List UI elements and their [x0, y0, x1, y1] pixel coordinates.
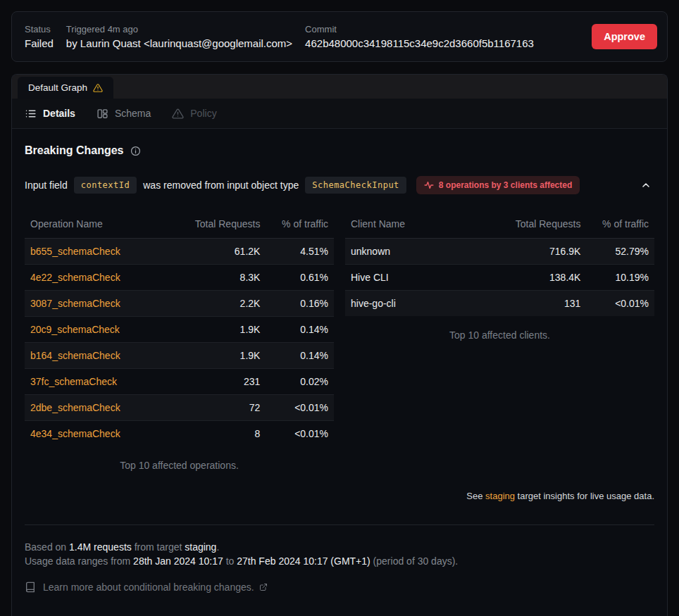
info-icon [130, 146, 141, 156]
client-name-cell: unknown [345, 239, 500, 265]
clients-table-body: unknown 716.9K 52.79% Hive CLI 138.4K 10… [345, 239, 654, 317]
operation-link[interactable]: b164_schemaCheck [30, 350, 120, 361]
operation-link[interactable]: b655_schemaCheck [30, 246, 120, 257]
learn-more-link[interactable]: Learn more about conditional breaking ch… [43, 580, 268, 594]
column-header: Total Requests [180, 210, 266, 239]
operation-link[interactable]: 20c9_schemaCheck [30, 324, 120, 335]
tab-policy-label: Policy [190, 108, 216, 119]
requests-cell: 231 [180, 369, 266, 395]
graph-tabstrip: Default Graph [12, 75, 667, 99]
column-header: Client Name [345, 210, 500, 239]
requests-cell: 2.2K [180, 291, 266, 317]
type-code-badge: SchemaCheckInput [305, 177, 406, 194]
insights-note-suffix: target insights for live usage data. [515, 491, 654, 501]
schema-icon [96, 108, 108, 120]
warning-triangle-icon [93, 83, 103, 93]
insights-note: See staging target insights for live usa… [25, 491, 654, 501]
operation-link[interactable]: 4e22_schemaCheck [30, 272, 120, 283]
external-link-icon [259, 583, 268, 591]
column-header: Operation Name [25, 210, 180, 239]
insights-note-prefix: See [466, 491, 485, 501]
range-to: to [223, 555, 237, 567]
operations-table: Operation Name Total Requests % of traff… [25, 210, 334, 446]
field-code-badge: contextId [74, 177, 137, 194]
requests-cell: 1.9K [180, 317, 266, 343]
based-suffix: . [216, 541, 219, 553]
traffic-cell: 10.19% [586, 265, 654, 291]
check-detail-card: Default Graph Details [11, 74, 668, 616]
table-row: 4e22_schemaCheck 8.3K 0.61% [25, 265, 334, 291]
page-title: Breaking Changes [25, 144, 123, 157]
triggered-author: by Laurin Quast <laurinquast@googlemail.… [66, 37, 292, 49]
based-middle: from target [132, 541, 185, 553]
book-icon [25, 582, 36, 593]
operations-table-section: Operation Name Total Requests % of traff… [25, 210, 334, 471]
column-header: Total Requests [500, 210, 587, 239]
chevron-up-icon[interactable] [637, 177, 654, 194]
table-row: b164_schemaCheck 1.9K 0.14% [25, 343, 334, 369]
range-end: 27th Feb 2024 10:17 (GMT+1) [237, 555, 370, 567]
client-name-cell: Hive CLI [345, 265, 500, 291]
range-prefix: Usage data ranges from [25, 555, 133, 567]
requests-cell: 1.9K [180, 343, 266, 369]
traffic-cell: 0.14% [266, 317, 334, 343]
requests-cell: 716.9K [500, 239, 587, 265]
traffic-cell: 4.51% [266, 239, 334, 265]
table-row: 20c9_schemaCheck 1.9K 0.14% [25, 317, 334, 343]
triggered-label: Triggered 4m ago [66, 24, 292, 34]
status-block: Status Failed [25, 24, 54, 49]
tab-details[interactable]: Details [25, 108, 75, 120]
based-on-line: Based on 1.4M requests from target stagi… [25, 540, 654, 554]
staging-link[interactable]: staging [485, 491, 515, 501]
change-text-prefix: Input field [25, 180, 68, 191]
breaking-changes-heading: Breaking Changes [25, 144, 654, 157]
traffic-cell: <0.01% [266, 395, 334, 421]
learn-more-row: Learn more about conditional breaking ch… [25, 580, 654, 594]
check-header-card: Status Failed Triggered 4m ago by Laurin… [11, 11, 668, 62]
table-row: 3087_schemaCheck 2.2K 0.16% [25, 291, 334, 317]
table-row: 4e34_schemaCheck 8 <0.01% [25, 421, 334, 447]
column-header: % of traffic [586, 210, 654, 239]
change-text-middle: was removed from input object type [143, 180, 299, 191]
status-label: Status [25, 24, 54, 34]
tab-schema[interactable]: Schema [96, 108, 151, 120]
operation-link[interactable]: 37fc_schemaCheck [30, 376, 117, 387]
traffic-cell: <0.01% [266, 421, 334, 447]
requests-cell: 131 [500, 291, 587, 317]
clients-footnote: Top 10 affected clients. [345, 329, 654, 341]
status-value: Failed [25, 37, 54, 49]
graph-tab-label: Default Graph [28, 82, 87, 93]
traffic-cell: 0.16% [266, 291, 334, 317]
client-name-cell: hive-go-cli [345, 291, 500, 317]
clients-header-row: Client Name Total Requests % of traffic [345, 210, 654, 239]
tab-schema-label: Schema [115, 108, 151, 119]
usage-footer: Based on 1.4M requests from target stagi… [25, 525, 654, 594]
requests-cell: 8.3K [180, 265, 266, 291]
traffic-cell: <0.01% [586, 291, 654, 317]
impact-badge: 8 operations by 3 clients affected [416, 176, 580, 194]
operations-header-row: Operation Name Total Requests % of traff… [25, 210, 334, 239]
affected-tables: Operation Name Total Requests % of traff… [25, 210, 654, 471]
breaking-change-row[interactable]: Input field contextId was removed from i… [25, 176, 654, 194]
requests-cell: 61.2K [180, 239, 266, 265]
approve-button[interactable]: Approve [592, 24, 657, 49]
operation-link[interactable]: 2dbe_schemaCheck [30, 402, 120, 413]
operation-link[interactable]: 4e34_schemaCheck [30, 428, 120, 439]
commit-label: Commit [305, 24, 534, 34]
operation-link[interactable]: 3087_schemaCheck [30, 298, 120, 309]
tab-details-label: Details [43, 108, 75, 119]
tab-default-graph[interactable]: Default Graph [18, 77, 113, 99]
details-content: Breaking Changes Input field contextId w… [12, 129, 667, 594]
table-row: hive-go-cli 131 <0.01% [345, 291, 654, 317]
based-target: staging [185, 541, 216, 553]
impact-badge-label: 8 operations by 3 clients affected [439, 180, 572, 190]
table-row: unknown 716.9K 52.79% [345, 239, 654, 265]
traffic-cell: 0.14% [266, 343, 334, 369]
operations-table-body: b655_schemaCheck 61.2K 4.51% 4e22_schema… [25, 239, 334, 447]
requests-cell: 72 [180, 395, 266, 421]
pulse-icon [424, 180, 434, 190]
clients-table-section: Client Name Total Requests % of traffic … [345, 210, 654, 471]
traffic-cell: 0.02% [266, 369, 334, 395]
tab-policy[interactable]: Policy [172, 108, 216, 120]
triggered-block: Triggered 4m ago by Laurin Quast <laurin… [66, 24, 292, 49]
